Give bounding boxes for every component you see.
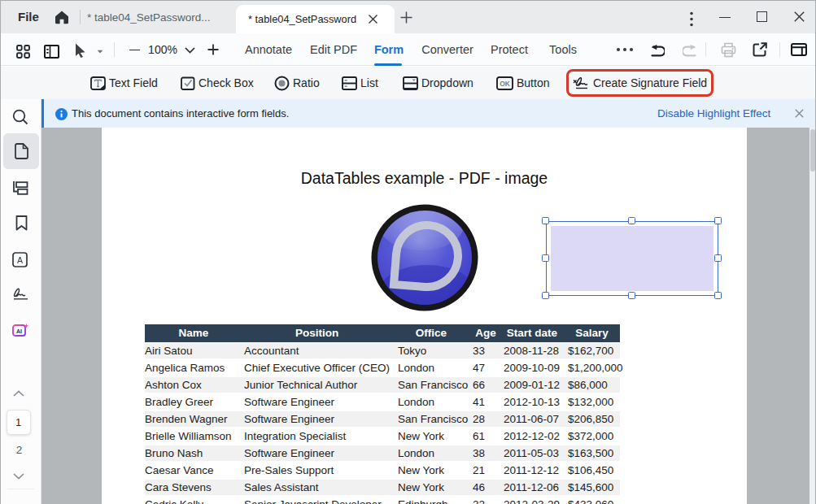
svg-text:AI: AI xyxy=(16,328,22,333)
svg-text:OK: OK xyxy=(500,80,511,88)
svg-text:A: A xyxy=(17,255,23,265)
